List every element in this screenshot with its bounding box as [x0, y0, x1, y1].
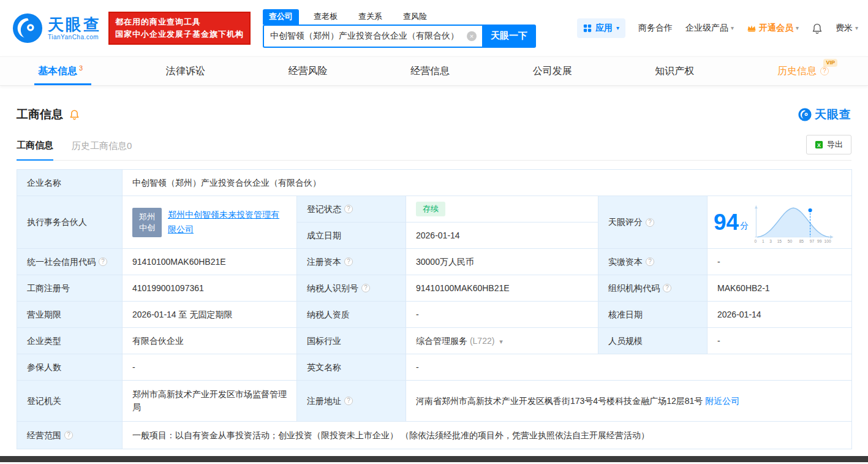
user-menu[interactable]: 费米 ▾	[836, 23, 858, 34]
value-registration-status: 存续	[406, 196, 598, 222]
subtab-history-business-info[interactable]: 历史工商信息0	[72, 140, 132, 160]
apps-label: 应用	[595, 23, 613, 34]
slogan-banner: 都在用的商业查询工具 国家中小企业发展子基金旗下机构	[108, 12, 251, 45]
svg-text:3: 3	[769, 239, 772, 243]
svg-text:1: 1	[762, 239, 764, 243]
help-icon[interactable]: ?	[344, 205, 353, 213]
help-icon[interactable]: ?	[64, 431, 73, 439]
vip-badge: VIP	[823, 59, 837, 67]
search-tab-boss[interactable]: 查老板	[308, 9, 344, 25]
notifications-button[interactable]	[812, 23, 823, 34]
svg-text:100: 100	[825, 239, 831, 243]
label-executive-partner: 执行事务合伙人	[17, 196, 123, 249]
help-icon[interactable]: ?	[820, 67, 829, 75]
tab-legal-proceedings[interactable]: 法律诉讼	[166, 57, 205, 85]
label-business-scope: 经营范围 ?	[17, 422, 123, 449]
label-paid-capital: 实缴资本 ?	[598, 249, 708, 275]
value-registered-address: 河南省郑州市高新技术产业开发区枫香街173号4号楼科技金融广场12层81号 附近…	[406, 381, 852, 422]
bell-icon	[812, 23, 823, 34]
monitor-bell-button[interactable]	[69, 109, 80, 120]
subtab-business-info[interactable]: 工商信息	[17, 140, 53, 161]
help-icon[interactable]: ?	[663, 284, 671, 292]
value-credit-code: 91410100MAK60HB21E	[123, 249, 297, 275]
value-paid-capital: -	[708, 249, 852, 275]
value-business-term: 2026-01-14 至 无固定期限	[123, 302, 297, 328]
score-number: 94	[714, 211, 739, 234]
search-tab-company[interactable]: 查公司	[263, 9, 299, 25]
export-label: 导出	[827, 139, 843, 150]
watermark-brand-text: 天眼查	[815, 107, 851, 123]
svg-text:50: 50	[788, 239, 793, 243]
tab-label: 知识产权	[655, 65, 694, 78]
slogan-line2: 国家中小企业发展子基金旗下机构	[115, 28, 244, 40]
tab-label: 经营信息	[410, 65, 450, 78]
enterprise-products-menu[interactable]: 企业级产品 ▾	[685, 23, 734, 34]
tianyancha-logo-icon	[12, 13, 43, 44]
score-unit: 分	[740, 219, 749, 232]
apps-menu-button[interactable]: 应用 ▾	[577, 18, 625, 38]
svg-text:85: 85	[799, 239, 804, 243]
value-taxpayer-id: 91410100MAK60HB21E	[406, 275, 598, 302]
label-registered-address: 注册地址 ?	[297, 381, 406, 422]
help-icon[interactable]: ?	[646, 257, 654, 266]
chevron-down-icon: ▾	[855, 25, 858, 31]
tab-label: 法律诉讼	[166, 65, 205, 78]
enterprise-label: 企业级产品	[685, 23, 728, 34]
slogan-line1: 都在用的商业查询工具	[115, 16, 244, 28]
value-taxpayer-qualification: -	[406, 302, 598, 328]
svg-text:97: 97	[810, 239, 815, 243]
value-executive-partner: 郑州 中创 郑州中创智领未来投资管理有限公司	[123, 196, 297, 249]
value-registered-capital: 30000万人民币	[406, 249, 598, 275]
search-tab-risk[interactable]: 查风险	[397, 9, 433, 25]
search-tab-relation[interactable]: 查关系	[352, 9, 388, 25]
tab-intellectual-property[interactable]: 知识产权	[655, 57, 694, 85]
label-registration-authority: 登记机关	[17, 381, 123, 422]
svg-text:15: 15	[777, 239, 782, 243]
score-distribution-chart: 0 1 3 15 50 85 97 99 100	[751, 200, 838, 245]
chevron-down-icon: ▾	[796, 25, 799, 31]
grid-icon	[583, 24, 592, 32]
tab-operation-risk[interactable]: 经营风险	[288, 57, 327, 85]
help-icon[interactable]: ?	[344, 257, 353, 266]
label-taxpayer-qualification: 纳税人资质	[297, 302, 406, 328]
tab-history-info[interactable]: VIP 历史信息 ?	[777, 57, 829, 85]
label-company-type: 企业类型	[17, 328, 123, 354]
svg-text:0: 0	[755, 239, 757, 243]
company-nav-tabs: 基本信息 3 法律诉讼 经营风险 经营信息 公司发展 知识产权 VIP 历史信息…	[0, 56, 868, 86]
business-info-table: 企业名称 中创智领（郑州）产业投资合伙企业（有限合伙） 执行事务合伙人 郑州 中…	[17, 169, 852, 449]
help-icon[interactable]: ?	[361, 284, 370, 292]
value-approval-date: 2026-01-14	[708, 302, 852, 328]
tab-company-development[interactable]: 公司发展	[533, 57, 572, 85]
cooperation-label: 商务合作	[638, 23, 673, 34]
help-icon[interactable]: ?	[99, 257, 107, 266]
label-tianyan-score: 天眼评分 ?	[598, 196, 708, 249]
label-company-name: 企业名称	[17, 170, 123, 196]
tab-basic-info[interactable]: 基本信息 3	[38, 57, 83, 85]
clear-icon[interactable]: ×	[467, 31, 477, 41]
value-registration-authority: 郑州市高新技术产业开发区市场监督管理局	[123, 381, 297, 422]
tab-count-badge: 3	[79, 64, 83, 72]
search-button[interactable]: 天眼一下	[482, 25, 536, 48]
search-input[interactable]	[263, 25, 482, 48]
bell-icon	[69, 109, 80, 120]
status-badge: 存续	[416, 202, 445, 216]
vip-label: 开通会员	[759, 23, 793, 34]
export-button[interactable]: X 导出	[806, 135, 851, 154]
tab-label: 经营风险	[288, 65, 327, 78]
help-icon[interactable]: ?	[646, 218, 654, 227]
tab-operation-info[interactable]: 经营信息	[410, 57, 450, 85]
label-founded-date: 成立日期	[297, 222, 406, 249]
open-vip-link[interactable]: 开通会员 ▾	[747, 23, 799, 34]
help-icon[interactable]: ?	[344, 397, 353, 405]
business-cooperation-link[interactable]: 商务合作	[638, 23, 673, 34]
chevron-down-icon[interactable]: ▾	[499, 338, 503, 345]
username-label: 费米	[836, 23, 853, 34]
value-business-scope: 一般项目：以自有资金从事投资活动；创业投资（限投资未上市企业） （除依法须经批准…	[123, 422, 852, 449]
chevron-down-icon: ▾	[616, 25, 619, 31]
header: 天眼查 TianYanCha.com 都在用的商业查询工具 国家中小企业发展子基…	[0, 0, 868, 56]
label-approval-date: 核准日期	[598, 302, 708, 328]
tianyancha-logo[interactable]: 天眼查 TianYanCha.com	[12, 13, 101, 44]
nearby-companies-link[interactable]: 附近公司	[705, 396, 739, 406]
partner-company-link[interactable]: 郑州中创智领未来投资管理有限公司	[168, 208, 287, 237]
partner-avatar[interactable]: 郑州 中创	[132, 208, 162, 237]
